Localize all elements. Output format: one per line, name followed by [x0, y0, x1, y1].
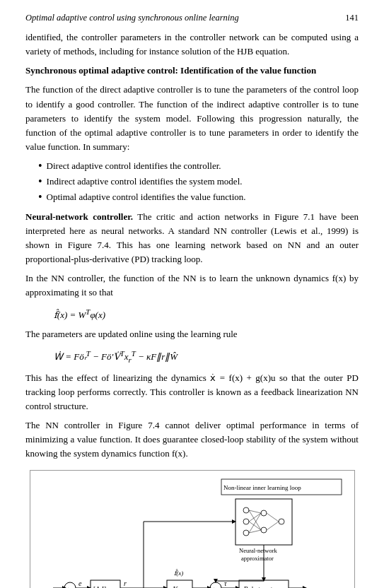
paragraph-5: The parameters are updated online using …: [25, 327, 359, 341]
svg-text:[A  I]: [A I]: [93, 586, 106, 589]
svg-text:Non-linear inner learning loop: Non-linear inner learning loop: [223, 484, 301, 491]
svg-text:q: q: [307, 585, 310, 589]
figure-diagram: Non-linear inner learning loop Neural-ne…: [37, 476, 349, 589]
math-equation-2: Ẇ = FöᵣT − Fö′V̇TxrT − κF‖r‖Ŵ: [54, 346, 359, 366]
svg-line-14: [249, 530, 261, 533]
paragraph-7: The NN controller in Figure 7.4 cannot d…: [25, 418, 359, 461]
svg-text:+: +: [66, 585, 70, 589]
bullet-icon: •: [38, 190, 42, 204]
bullet-icon: •: [38, 175, 42, 188]
svg-point-7: [261, 527, 267, 533]
list-item-2: • Indirect adaptive control identifies t…: [38, 175, 359, 189]
svg-text:Robot system: Robot system: [244, 586, 281, 589]
svg-text:approximator: approximator: [241, 555, 274, 562]
svg-point-8: [279, 519, 284, 524]
page-header: Optimal adaptive control using synchrono…: [25, 13, 359, 23]
list-item-3: • Optimal adaptive control identifies th…: [38, 190, 359, 204]
svg-point-6: [261, 510, 267, 516]
svg-point-3: [243, 507, 249, 513]
paragraph-2: The function of the direct adaptive cont…: [25, 83, 359, 154]
svg-line-15: [267, 513, 279, 522]
math-equation-1: f̂(x) = WTφ(x): [54, 305, 359, 323]
svg-text:Neural-network: Neural-network: [239, 547, 278, 554]
svg-text:f̂(x): f̂(x): [174, 569, 183, 577]
svg-text:+: +: [212, 585, 216, 589]
svg-point-4: [243, 519, 249, 524]
svg-line-9: [249, 510, 261, 513]
bullet-icon: •: [38, 159, 42, 172]
bullet-list: • Direct adaptive control identifies the…: [38, 159, 359, 204]
paragraph-1: identified, the controller parameters in…: [25, 30, 359, 59]
list-item-1-text: Direct adaptive control identifies the c…: [47, 159, 221, 173]
svg-text:qd: qd: [43, 585, 50, 589]
svg-point-5: [243, 530, 249, 536]
list-item-2-text: Indirect adaptive control identifies the…: [47, 175, 243, 189]
list-item-3-text: Optimal adaptive control identifies the …: [47, 190, 246, 204]
page-number: 141: [345, 13, 359, 23]
header-title: Optimal adaptive control using synchrono…: [25, 13, 239, 23]
svg-text:r: r: [124, 580, 127, 587]
paragraph-3-bold: Neural-network controller.: [25, 211, 133, 222]
section-title: Synchronous optimal adaptive control: Id…: [25, 64, 359, 78]
svg-line-16: [267, 522, 279, 530]
list-item-1: • Direct adaptive control identifies the…: [38, 159, 359, 173]
svg-text:e: e: [78, 580, 82, 587]
svg-rect-2: [235, 499, 292, 545]
paragraph-3: Neural-network controller. The critic an…: [25, 210, 359, 267]
paragraph-6: This has the effect of linearizing the d…: [25, 371, 359, 413]
figure-container: Non-linear inner learning loop Neural-ne…: [30, 470, 355, 589]
paragraph-4: In the NN controller, the function of th…: [25, 271, 359, 300]
svg-text:Kv: Kv: [172, 584, 180, 589]
svg-rect-21: [167, 580, 192, 589]
